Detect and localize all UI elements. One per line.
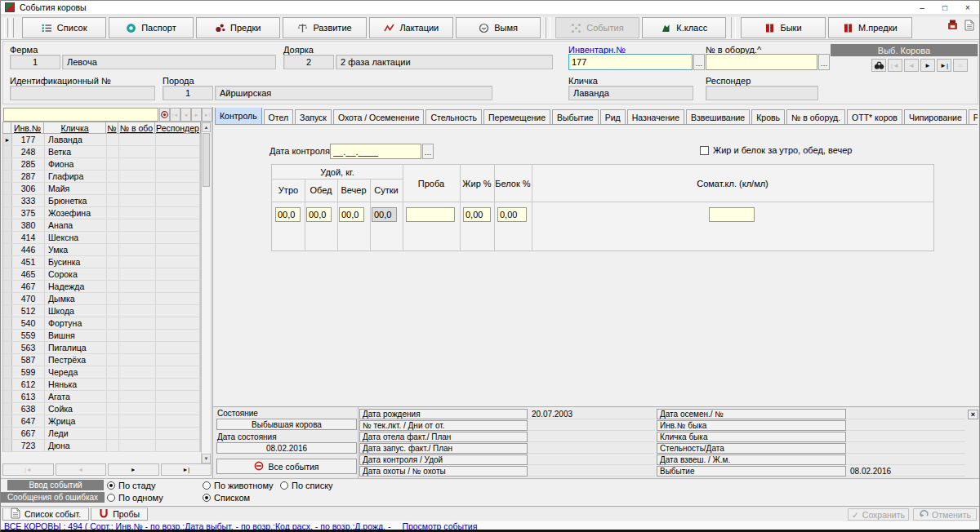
detail-label: Дата контроля / Удой xyxy=(359,454,528,465)
equip-no-picker-button[interactable]: … xyxy=(818,54,830,70)
cow-row[interactable]: 248Ветка xyxy=(3,146,200,158)
milk-somatic-input[interactable] xyxy=(709,207,755,222)
cow-row[interactable]: 512Шкода xyxy=(3,305,200,317)
column-header[interactable]: № xyxy=(106,122,118,134)
tab[interactable]: Стельность xyxy=(425,109,482,124)
inventory-no-picker-button[interactable]: … xyxy=(693,54,705,70)
control-date-picker-button[interactable]: … xyxy=(422,144,434,159)
cow-row[interactable]: 667Леди xyxy=(3,428,200,440)
toolbar-button[interactable]: М.предки xyxy=(828,17,912,38)
milk-noon-input[interactable] xyxy=(306,207,332,222)
cow-cell xyxy=(119,268,156,280)
tab[interactable]: Чипирование xyxy=(904,109,967,124)
milk-fat-input[interactable] xyxy=(463,207,491,222)
cow-row[interactable]: 306Майя xyxy=(3,183,200,195)
tab[interactable]: ОТТ* коров xyxy=(847,109,902,124)
control-date-input[interactable] xyxy=(330,144,421,159)
toolbar-button[interactable]: Паспорт xyxy=(109,17,193,38)
column-header[interactable]: № в обо xyxy=(118,122,155,134)
milk-protein-input[interactable] xyxy=(497,207,527,222)
cow-row[interactable]: 540Фортуна xyxy=(3,317,200,330)
cow-row[interactable]: 446Умка xyxy=(3,244,200,256)
find-button[interactable] xyxy=(871,59,886,72)
cow-row[interactable]: 563Пигалица xyxy=(3,342,200,354)
report-button[interactable] xyxy=(945,19,960,33)
scrollbar-thumb[interactable] xyxy=(203,133,210,187)
tab[interactable]: Отел xyxy=(264,109,293,124)
tab[interactable]: Рид xyxy=(600,109,626,124)
cow-row[interactable]: 285Фиона xyxy=(3,158,200,171)
column-header[interactable]: Кличка xyxy=(44,122,106,134)
milk-morning-input[interactable] xyxy=(275,207,301,222)
cow-row[interactable]: 559Вишня xyxy=(3,330,200,342)
minimize-icon[interactable]: – xyxy=(911,1,933,14)
column-header[interactable]: Инв.№ xyxy=(11,122,44,134)
radio-option[interactable]: По животному xyxy=(203,481,280,490)
all-events-button[interactable]: Все события xyxy=(216,459,357,474)
toolbar-button[interactable]: Предки xyxy=(196,17,280,38)
cow-row[interactable]: 587Пестрёха xyxy=(3,354,200,366)
tab[interactable]: Охота / Осеменение xyxy=(333,109,425,124)
tab[interactable]: Выбытие xyxy=(552,109,599,124)
toolbar-button[interactable]: Лактации xyxy=(369,17,453,38)
last-button[interactable]: ►| xyxy=(161,463,212,476)
cow-list-scrollbar[interactable]: ▲ ▼ xyxy=(201,122,212,464)
cow-row[interactable]: 465Сорока xyxy=(3,268,200,281)
milk-sample-input[interactable] xyxy=(406,207,455,222)
details-close-icon[interactable]: × xyxy=(968,410,978,419)
equip-no-input[interactable] xyxy=(706,54,817,70)
cow-row[interactable]: 612Нянька xyxy=(3,379,200,391)
radio-option[interactable]: По списку xyxy=(280,481,333,490)
cow-search-input[interactable] xyxy=(3,108,158,122)
status-summary[interactable]: ВСЕ КОРОВЫ : 494 ( Сорт.: Инв.№ - по воз… xyxy=(4,521,390,530)
bottom-tab[interactable]: Пробы xyxy=(91,508,148,521)
close-icon[interactable]: × xyxy=(956,1,979,14)
cow-row[interactable]: 599Череда xyxy=(3,366,200,379)
cow-row[interactable]: 638Сойка xyxy=(3,403,200,415)
cow-row[interactable]: 647Жрица xyxy=(3,415,200,428)
radio-option[interactable]: По одному xyxy=(107,493,203,503)
radio-option[interactable]: По стаду xyxy=(107,481,203,490)
tab[interactable]: Кровь xyxy=(751,109,785,124)
tab[interactable]: Регистрация xyxy=(969,109,978,124)
fat-protein-checkbox[interactable]: Жир и белок за утро, обед, вечер xyxy=(700,145,852,155)
tab[interactable]: Перемещение xyxy=(483,109,550,124)
cow-row[interactable]: 613Агата xyxy=(3,391,200,403)
column-header[interactable]: Респондер xyxy=(155,122,201,134)
maximize-icon[interactable]: □ xyxy=(933,1,956,14)
last-button[interactable]: ►| xyxy=(937,59,951,72)
inventory-no-input[interactable] xyxy=(568,54,693,70)
status-action[interactable]: Просмотр события xyxy=(402,521,477,530)
toolbar-button[interactable]: Список xyxy=(22,17,106,38)
scroll-up-icon[interactable]: ▲ xyxy=(202,122,211,132)
cow-row[interactable]: 333Брюнетка xyxy=(3,195,200,207)
milk-evening-input[interactable] xyxy=(339,207,364,222)
tab[interactable]: № в оборуд. xyxy=(786,109,845,124)
document-button[interactable] xyxy=(962,19,977,33)
cow-row[interactable]: 414Шексна xyxy=(3,232,200,244)
toolbar-grip[interactable] xyxy=(4,18,8,38)
eye-button[interactable] xyxy=(159,108,170,122)
toolbar-button[interactable]: Быки xyxy=(741,17,825,38)
tab[interactable]: Взвешивание xyxy=(686,109,750,124)
radio-option[interactable]: Списком xyxy=(203,493,250,503)
cow-row[interactable]: 375Жозефина xyxy=(3,207,200,219)
tab[interactable]: Контроль xyxy=(215,108,262,124)
tab[interactable]: Назначение xyxy=(627,109,684,124)
cow-row[interactable]: 451Бусинка xyxy=(3,256,200,268)
toolbar-button[interactable]: К.класс xyxy=(642,17,726,38)
scroll-down-icon[interactable]: ▼ xyxy=(202,454,211,463)
cow-row[interactable]: 470Дымка xyxy=(3,293,200,305)
cow-row[interactable]: 287Глафира xyxy=(3,171,200,183)
next-button[interactable]: ► xyxy=(108,463,159,476)
bottom-tab[interactable]: Список событ. xyxy=(2,508,89,521)
cow-row[interactable]: ►177Лаванда xyxy=(3,134,200,146)
toolbar-grip[interactable] xyxy=(10,18,14,38)
toolbar-button[interactable]: Вымя xyxy=(456,17,540,38)
next-button[interactable]: ► xyxy=(920,59,935,72)
cow-row[interactable]: 380Анапа xyxy=(3,219,200,232)
toolbar-button[interactable]: Развитие xyxy=(283,17,367,38)
tab[interactable]: Запуск xyxy=(295,109,332,124)
cow-row[interactable]: 467Надежда xyxy=(3,281,200,293)
cow-row[interactable]: 723Дюна xyxy=(3,440,200,452)
